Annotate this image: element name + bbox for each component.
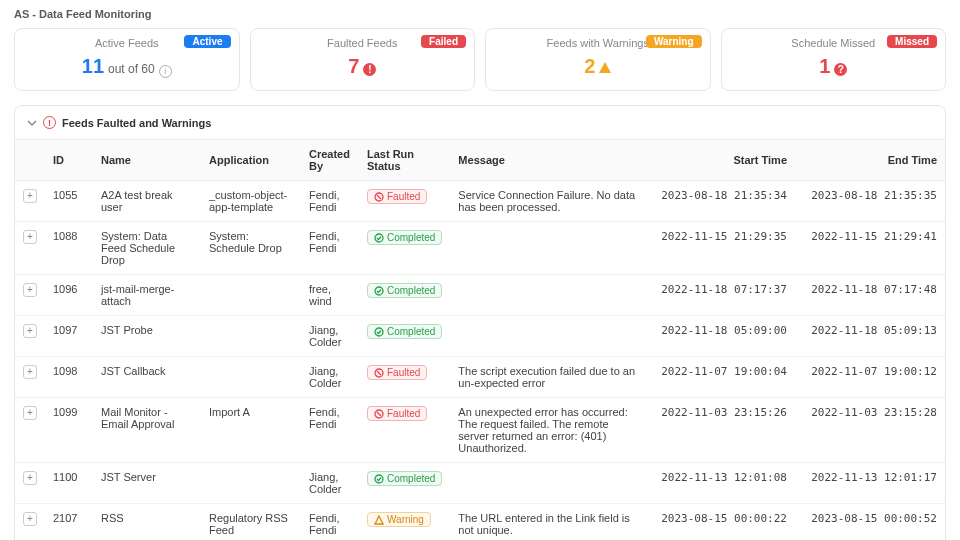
cell-start: 2022-11-18 05:09:00 <box>645 316 795 357</box>
faulted-icon <box>374 192 384 202</box>
cell-msg: An unexpected error has occurred: The re… <box>450 398 645 463</box>
cell-by: Fendi, Fendi <box>301 398 359 463</box>
cell-name: Mail Monitor - Email Approval <box>93 398 201 463</box>
cell-name: A2A test break user <box>93 181 201 222</box>
cell-status: Faulted <box>359 181 450 222</box>
table-row[interactable]: +1088System: Data Feed Schedule DropSyst… <box>15 222 945 275</box>
cell-start: 2022-11-18 07:17:37 <box>645 275 795 316</box>
section-header[interactable]: ! Feeds Faulted and Warnings <box>15 106 945 140</box>
cell-name: RSS <box>93 504 201 541</box>
cell-by: Fendi, Fendi <box>301 181 359 222</box>
cell-start: 2022-11-03 23:15:26 <box>645 398 795 463</box>
cell-start: 2023-08-15 00:00:22 <box>645 504 795 541</box>
col-id[interactable]: ID <box>45 140 93 181</box>
cell-start: 2022-11-15 21:29:35 <box>645 222 795 275</box>
cell-app: System: Schedule Drop <box>201 222 301 275</box>
stat-value: 7 <box>348 55 359 78</box>
stat-suffix: out of 60 <box>108 62 155 76</box>
expand-button[interactable]: + <box>23 512 37 526</box>
col-by[interactable]: Created By <box>301 140 359 181</box>
stat-card-warning[interactable]: Warning Feeds with Warnings 2 <box>485 28 711 91</box>
cell-start: 2022-11-07 19:00:04 <box>645 357 795 398</box>
faulted-icon <box>374 368 384 378</box>
table-row[interactable]: +1055A2A test break user_custom-object-a… <box>15 181 945 222</box>
cell-start: 2022-11-13 12:01:08 <box>645 463 795 504</box>
cell-status: Faulted <box>359 357 450 398</box>
badge-failed: Failed <box>421 35 466 48</box>
col-name[interactable]: Name <box>93 140 201 181</box>
cell-name: System: Data Feed Schedule Drop <box>93 222 201 275</box>
cell-msg: The script execution failed due to an un… <box>450 357 645 398</box>
cell-msg: Service Connection Failure. No data has … <box>450 181 645 222</box>
cell-by: Jiang, Colder <box>301 316 359 357</box>
cell-by: Jiang, Colder <box>301 463 359 504</box>
table-row[interactable]: +1098JST CallbackJiang, ColderFaultedThe… <box>15 357 945 398</box>
completed-icon <box>374 233 384 243</box>
section-title: Feeds Faulted and Warnings <box>62 117 211 129</box>
completed-icon <box>374 474 384 484</box>
cell-by: Fendi, Fendi <box>301 504 359 541</box>
cell-end: 2022-11-13 12:01:17 <box>795 463 945 504</box>
cell-end: 2022-11-07 19:00:12 <box>795 357 945 398</box>
cell-app: _custom-object-app-template <box>201 181 301 222</box>
cell-end: 2023-08-18 21:35:35 <box>795 181 945 222</box>
expand-button[interactable]: + <box>23 406 37 420</box>
warning-icon <box>599 62 611 73</box>
stats-row: Active Active Feeds 11 out of 60 i Faile… <box>14 28 946 91</box>
cell-msg <box>450 316 645 357</box>
cell-id: 1055 <box>45 181 93 222</box>
col-app[interactable]: Application <box>201 140 301 181</box>
col-status[interactable]: Last Run Status <box>359 140 450 181</box>
badge-missed: Missed <box>887 35 937 48</box>
feeds-table: ID Name Application Created By Last Run … <box>15 140 945 540</box>
expand-button[interactable]: + <box>23 230 37 244</box>
cell-id: 1099 <box>45 398 93 463</box>
expand-button[interactable]: + <box>23 189 37 203</box>
status-pill-faulted: Faulted <box>367 365 427 380</box>
expand-button[interactable]: + <box>23 324 37 338</box>
svg-line-8 <box>377 412 381 416</box>
alert-icon: ! <box>363 63 376 76</box>
status-pill-warning: Warning <box>367 512 431 527</box>
info-icon[interactable]: i <box>159 64 172 77</box>
cell-id: 2107 <box>45 504 93 541</box>
col-start[interactable]: Start Time <box>645 140 795 181</box>
warning-icon <box>374 515 384 525</box>
cell-by: Jiang, Colder <box>301 357 359 398</box>
table-row[interactable]: +1100JST ServerJiang, ColderCompleted202… <box>15 463 945 504</box>
cell-status: Completed <box>359 222 450 275</box>
cell-app <box>201 316 301 357</box>
cell-msg: The URL entered in the Link field is not… <box>450 504 645 541</box>
stat-card-active[interactable]: Active Active Feeds 11 out of 60 i <box>14 28 240 91</box>
cell-name: JST Probe <box>93 316 201 357</box>
cell-app <box>201 275 301 316</box>
cell-id: 1096 <box>45 275 93 316</box>
stat-card-missed[interactable]: Missed Schedule Missed 1 ? <box>721 28 947 91</box>
cell-start: 2023-08-18 21:35:34 <box>645 181 795 222</box>
page-title: AS - Data Feed Monitoring <box>14 8 946 20</box>
badge-warning: Warning <box>646 35 702 48</box>
expand-button[interactable]: + <box>23 365 37 379</box>
cell-msg <box>450 275 645 316</box>
expand-button[interactable]: + <box>23 471 37 485</box>
cell-status: Warning <box>359 504 450 541</box>
table-row[interactable]: +1099Mail Monitor - Email ApprovalImport… <box>15 398 945 463</box>
cell-end: 2022-11-18 07:17:48 <box>795 275 945 316</box>
cell-id: 1088 <box>45 222 93 275</box>
status-pill-faulted: Faulted <box>367 189 427 204</box>
cell-status: Completed <box>359 463 450 504</box>
table-row[interactable]: +1096jst-mail-merge-attachfree, windComp… <box>15 275 945 316</box>
cell-status: Completed <box>359 275 450 316</box>
table-row[interactable]: +1097JST ProbeJiang, ColderCompleted2022… <box>15 316 945 357</box>
expand-button[interactable]: + <box>23 283 37 297</box>
chevron-down-icon[interactable] <box>27 118 37 128</box>
cell-msg <box>450 222 645 275</box>
col-end[interactable]: End Time <box>795 140 945 181</box>
cell-end: 2023-08-15 00:00:52 <box>795 504 945 541</box>
cell-app: Regulatory RSS Feed <box>201 504 301 541</box>
stat-card-faulted[interactable]: Failed Faulted Feeds 7 ! <box>250 28 476 91</box>
cell-app: Import A <box>201 398 301 463</box>
table-row[interactable]: +2107RSSRegulatory RSS FeedFendi, FendiW… <box>15 504 945 541</box>
cell-id: 1100 <box>45 463 93 504</box>
col-msg[interactable]: Message <box>450 140 645 181</box>
